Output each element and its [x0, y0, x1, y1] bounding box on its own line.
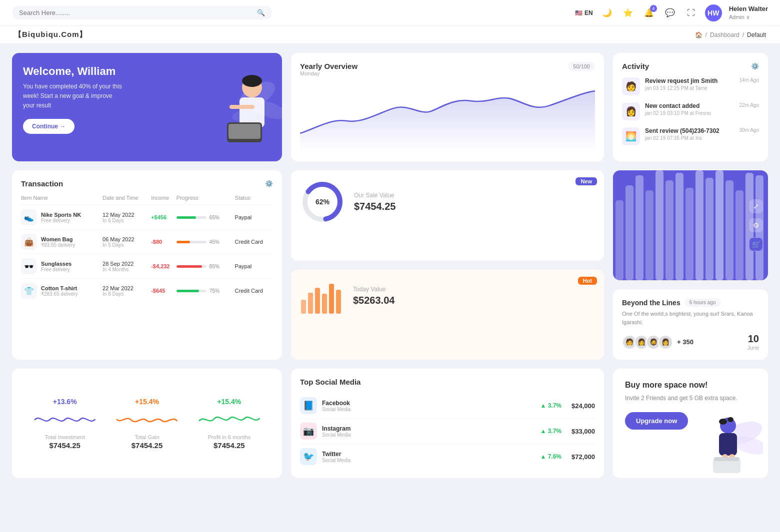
svg-rect-23 — [676, 173, 684, 280]
activity-title: Activity — [622, 62, 649, 70]
social-row: 🐦 Twitter Social Media ▲ 7.6% $72,000 — [300, 444, 595, 469]
social-media-card: Top Social Media 📘 Facebook Social Media… — [291, 369, 604, 478]
stat-item: +13.6% Total Investment $7454.25 — [24, 398, 106, 450]
sale-hot-card: Hot Today Value $5263.04 — [291, 270, 604, 360]
lang-selector[interactable]: 🇺🇸 EN — [575, 9, 593, 16]
svg-rect-16 — [336, 290, 341, 314]
dark-mode-toggle[interactable]: 🌙 — [600, 6, 614, 20]
item-sub: Free delivery — [41, 267, 72, 272]
activity-thumb: 🌅 — [622, 127, 640, 145]
welcome-subtitle: You have completed 40% of your this week… — [23, 82, 123, 111]
breadcrumb: 🏠 / Dashboard / Default — [695, 31, 766, 38]
item-date: 28 Sep 2022 — [102, 261, 151, 267]
activity-card: Activity ⚙️ 🧑 Review request jim Smith j… — [613, 53, 768, 161]
chart-gear-icon[interactable]: ⚙ — [749, 218, 763, 232]
sale-new-value: $7454.25 — [354, 201, 396, 212]
search-bar[interactable]: 🔍 — [12, 6, 272, 19]
activity-list: 🧑 Review request jim Smith jan 03 19 12:… — [622, 77, 759, 145]
activity-gear-icon[interactable]: ⚙️ — [751, 62, 759, 70]
item-name: Cotton T-shirt — [41, 285, 78, 291]
chart-expand-icon[interactable]: ⤢ — [749, 199, 763, 213]
progress-bar — [176, 265, 206, 268]
activity-item: 🌅 Sent review (504)236-7302 jan 02 19 07… — [622, 127, 759, 145]
svg-rect-21 — [656, 170, 664, 280]
activity-thumb: 🧑 — [622, 77, 640, 95]
beyond-title: Beyond the Lines — [622, 299, 680, 307]
activity-thumb: 👩 — [622, 102, 640, 120]
stat-pct: +15.4% — [188, 398, 270, 406]
notification-bell[interactable]: 🔔 4 — [642, 6, 656, 20]
donut-pct: 62% — [316, 198, 330, 206]
chat-icon[interactable]: 💬 — [663, 6, 677, 20]
user-info: Helen Walter Admin ∨ — [729, 5, 768, 20]
search-input[interactable] — [19, 9, 253, 16]
user-avatar[interactable]: HW — [705, 4, 722, 21]
table-column-header: Progress — [176, 195, 235, 205]
fullscreen-icon[interactable]: ⛶ — [684, 6, 698, 20]
stat-value: $7454.25 — [106, 441, 188, 450]
item-date: 06 May 2022 — [102, 236, 151, 242]
item-days: In 4 Months — [102, 267, 151, 272]
social-list: 📘 Facebook Social Media ▲ 3.7% $24,000 📷… — [300, 393, 595, 469]
item-name: Nike Sports NK — [41, 212, 81, 218]
activity-item-title: Sent review (504)236-7302 — [645, 127, 734, 134]
social-amount: $72,000 — [572, 453, 595, 461]
progress-bar — [176, 216, 206, 219]
item-days: In 8 Days — [102, 291, 151, 297]
svg-rect-25 — [696, 170, 704, 280]
item-income: -$4,232 — [151, 263, 170, 269]
welcome-illustration — [134, 53, 282, 161]
progress-fill — [176, 290, 199, 292]
item-status: Credit Card — [235, 230, 273, 254]
stat-wave-chart — [24, 410, 106, 430]
sale-new-label: Our Sale Value — [354, 192, 396, 199]
social-name: Twitter — [322, 451, 535, 458]
chart-cart-icon[interactable]: 🛒 — [749, 237, 763, 251]
transaction-gear-icon[interactable]: ⚙️ — [265, 180, 273, 187]
activity-item-title: Review request jim Smith — [645, 77, 734, 84]
search-icon: 🔍 — [257, 9, 265, 16]
hot-badge: Hot — [578, 277, 597, 285]
top-navigation: 🔍 🇺🇸 EN 🌙 ⭐ 🔔 4 💬 ⛶ HW Helen Walter Admi… — [0, 0, 780, 26]
beyond-time: 6 hours ago — [684, 298, 721, 307]
continue-button[interactable]: Continue → — [23, 119, 74, 134]
svg-rect-17 — [616, 200, 624, 280]
upgrade-button[interactable]: Upgrade now — [625, 412, 688, 430]
social-pct: ▲ 7.6% — [540, 453, 562, 460]
progress-pct: 75% — [210, 288, 220, 294]
social-row: 📘 Facebook Social Media ▲ 3.7% $24,000 — [300, 393, 595, 419]
social-amount: $24,000 — [572, 402, 595, 410]
social-name: Facebook — [322, 400, 535, 407]
stat-pct: +15.4% — [106, 398, 188, 406]
home-icon[interactable]: 🏠 — [695, 31, 702, 38]
stats-card: +13.6% Total Investment $7454.25 +15.4% … — [12, 369, 282, 478]
item-sub: ₹283.65 delivery — [41, 291, 78, 297]
breadcrumb-dashboard[interactable]: Dashboard — [710, 31, 740, 38]
star-icon[interactable]: ⭐ — [621, 6, 635, 20]
stat-wave-chart — [188, 410, 270, 430]
hot-bar-chart — [300, 279, 345, 314]
yearly-title: Yearly Overview — [300, 62, 358, 70]
item-days: In 5 Days — [102, 242, 151, 248]
buy-illustration — [693, 413, 763, 473]
activity-item-sub: jan 03 19 12:25 PM at Tame — [645, 85, 734, 91]
beyond-card: Beyond the Lines 6 hours ago One Of the … — [613, 289, 768, 360]
notification-badge: 4 — [650, 5, 657, 12]
main-bar-chart — [613, 170, 768, 280]
stat-item: +15.4% Profit in 6 months $7454.25 — [188, 398, 270, 450]
svg-rect-20 — [646, 190, 654, 280]
activity-item: 🧑 Review request jim Smith jan 03 19 12:… — [622, 77, 759, 95]
social-sub: Social Media — [322, 407, 535, 412]
sale-hot-label: Today Value — [353, 286, 394, 293]
sale-hot-value: $5263.04 — [353, 295, 394, 306]
svg-rect-22 — [666, 180, 674, 280]
table-row: 🕶️ Sunglasses Free delivery 28 Sep 2022 … — [21, 254, 273, 279]
progress-fill — [176, 265, 202, 268]
transaction-title: Transaction — [21, 179, 63, 188]
social-icon: 🐦 — [300, 448, 317, 465]
progress-bar — [176, 241, 206, 243]
activity-item-title: New contact added — [645, 102, 734, 109]
activity-item-sub: jan 02 19 03:10 PM at Fresno — [645, 110, 734, 116]
progress-bar — [176, 290, 206, 292]
stat-item: +15.4% Total Gain $7454.25 — [106, 398, 188, 450]
